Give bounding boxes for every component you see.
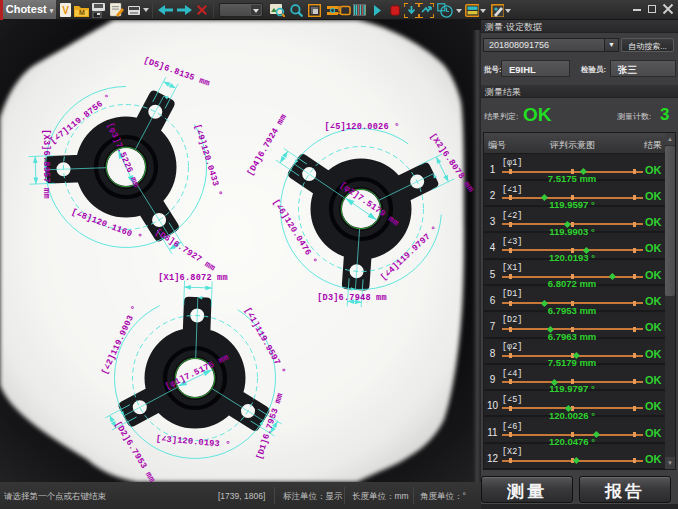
svg-text:[X1]6.8072 mm: [X1]6.8072 mm — [158, 273, 228, 283]
svg-text:[X3]6.8057 mm: [X3]6.8057 mm — [41, 129, 51, 199]
svg-text:M: M — [79, 9, 85, 16]
svg-text:V: V — [62, 5, 69, 16]
svg-text:[D3]6.7948 mm: [D3]6.7948 mm — [317, 293, 387, 303]
svg-text:[∠5]120.0026 °: [∠5]120.0026 ° — [324, 122, 399, 132]
